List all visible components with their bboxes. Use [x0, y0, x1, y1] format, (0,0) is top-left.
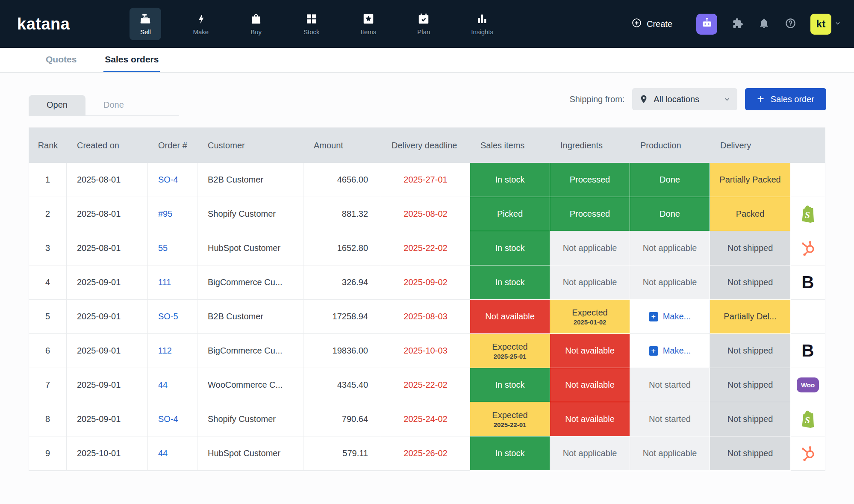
table-row[interactable]: 82025-09-01SO-4Shopify Customer790.64202… [29, 402, 825, 436]
calendar-check-icon [417, 12, 430, 25]
tab-quotes[interactable]: Quotes [44, 48, 78, 72]
status-text: Not available [485, 312, 535, 321]
status-expected-date: 2025-22-01 [494, 421, 527, 428]
order-number-cell: SO-4 [148, 163, 197, 197]
nav-item-buy[interactable]: Buy [240, 8, 272, 40]
bolt-icon [194, 12, 207, 25]
nav-item-plan[interactable]: Plan [408, 8, 439, 40]
notifications-button[interactable] [757, 18, 770, 30]
assistant-robot-button[interactable] [696, 14, 717, 35]
production-status-cell[interactable]: +Make... [630, 300, 710, 334]
star-box-icon [362, 12, 375, 25]
hubspot-channel-cell [791, 231, 825, 265]
status-text: Not started [649, 414, 691, 424]
nav-item-insights[interactable]: Insights [462, 8, 503, 40]
order-number-link[interactable]: SO-5 [158, 312, 178, 321]
delivery-status-cell: Not shipped [710, 265, 791, 300]
production-status-cell: Not started [630, 402, 710, 436]
sales-items-status-cell: In stock [470, 265, 550, 300]
create-button[interactable]: Create [631, 18, 672, 30]
status-text: Expected [572, 308, 607, 318]
amount-cell: 881.32 [303, 197, 381, 231]
katana-logo: katana [17, 15, 70, 33]
integrations-button[interactable] [731, 18, 744, 30]
table-row[interactable]: 52025-09-01SO-5B2B Customer17258.942025-… [29, 300, 825, 334]
customer-cell: Shopify Customer [197, 402, 303, 436]
shopify-icon: S [799, 410, 816, 429]
tab-done[interactable]: Done [85, 95, 142, 115]
ingredients-status-cell: Processed [550, 163, 630, 197]
status-text: In stock [495, 448, 525, 458]
production-status-cell[interactable]: +Make... [630, 334, 710, 368]
created-on-cell: 2025-10-01 [67, 436, 148, 471]
order-number-link[interactable]: #95 [158, 209, 172, 219]
avatar: kt [810, 14, 831, 35]
delivery-status-cell: Not shipped [710, 436, 791, 471]
nav-item-make[interactable]: Make [183, 8, 218, 40]
table-row[interactable]: 42025-09-01111BigCommerce Cu...326.94202… [29, 265, 825, 300]
top-nav-right: Create [631, 14, 842, 35]
channel-cell-empty [791, 300, 825, 334]
rank-cell: 5 [29, 300, 67, 334]
status-text: Processed [570, 175, 610, 185]
account-menu[interactable]: kt [810, 14, 842, 35]
nav-item-stock[interactable]: Stock [294, 8, 329, 40]
tab-sales-orders[interactable]: Sales orders [103, 48, 160, 72]
order-number-link[interactable]: 55 [158, 243, 168, 253]
status-text: Packed [736, 209, 765, 219]
bell-icon [758, 18, 770, 31]
table-row[interactable]: 62025-09-01112BigCommerce Cu...19836.002… [29, 334, 825, 368]
boxes-icon [305, 12, 318, 25]
help-button[interactable] [784, 18, 797, 30]
order-number-link[interactable]: 111 [158, 277, 171, 287]
rank-cell: 6 [29, 334, 67, 368]
toolbar: Open Done Shipping from: All locations +… [29, 88, 826, 116]
bigcommerce-icon: B [802, 273, 814, 292]
question-mark-icon [785, 18, 796, 31]
tab-open[interactable]: Open [29, 95, 85, 115]
table-row[interactable]: 92025-10-0144HubSpot Customer579.112025-… [29, 436, 825, 471]
status-text: Not shipped [727, 414, 773, 424]
customer-cell: BigCommerce Cu... [197, 334, 303, 368]
status-text: Not applicable [643, 243, 697, 253]
column-header-production: Production [630, 128, 710, 163]
new-sales-order-button[interactable]: + Sales order [745, 88, 826, 110]
order-number-link[interactable]: 44 [158, 380, 168, 390]
location-value: All locations [654, 94, 718, 104]
status-text: Picked [497, 209, 523, 219]
order-number-link[interactable]: 112 [158, 346, 172, 356]
table-row[interactable]: 32025-08-0155HubSpot Customer1652.802025… [29, 231, 825, 265]
table-row[interactable]: 72025-09-0144WooCommerce C...4345.402025… [29, 368, 825, 402]
status-text: Not available [565, 414, 615, 424]
production-status-cell: Done [630, 163, 710, 197]
status-expected-date: 2025-25-01 [494, 353, 527, 360]
cash-register-icon [139, 12, 152, 25]
production-status-cell: Not applicable [630, 265, 710, 300]
customer-cell: Shopify Customer [197, 197, 303, 231]
table-row[interactable]: 22025-08-01#95Shopify Customer881.322025… [29, 197, 825, 231]
customer-cell: HubSpot Customer [197, 231, 303, 265]
created-on-cell: 2025-09-01 [67, 368, 148, 402]
nav-item-label: Buy [250, 28, 262, 35]
customer-cell: WooCommerce C... [197, 368, 303, 402]
nav-item-sell[interactable]: Sell [130, 8, 161, 40]
order-number-cell: 44 [148, 368, 197, 402]
order-number-link[interactable]: 44 [158, 448, 168, 458]
created-on-cell: 2025-08-01 [67, 231, 148, 265]
location-selector[interactable]: All locations [632, 88, 737, 110]
status-text: Processed [570, 209, 610, 219]
status-text: Not applicable [643, 448, 697, 458]
ingredients-status-cell: Not available [550, 368, 630, 402]
bar-chart-icon [476, 12, 489, 25]
order-number-link[interactable]: SO-4 [158, 414, 178, 424]
order-number-link[interactable]: SO-4 [158, 175, 178, 185]
table-row[interactable]: 12025-08-01SO-4B2B Customer4656.002025-2… [29, 163, 825, 197]
production-status-cell: Not applicable [630, 231, 710, 265]
order-number-cell: 111 [148, 265, 197, 300]
nav-item-items[interactable]: Items [351, 8, 386, 40]
shopping-bag-icon [250, 12, 262, 25]
sales-items-status-cell: In stock [470, 163, 550, 197]
create-button-label: Create [647, 19, 672, 29]
order-number-cell: #95 [148, 197, 197, 231]
rank-cell: 9 [29, 436, 67, 471]
